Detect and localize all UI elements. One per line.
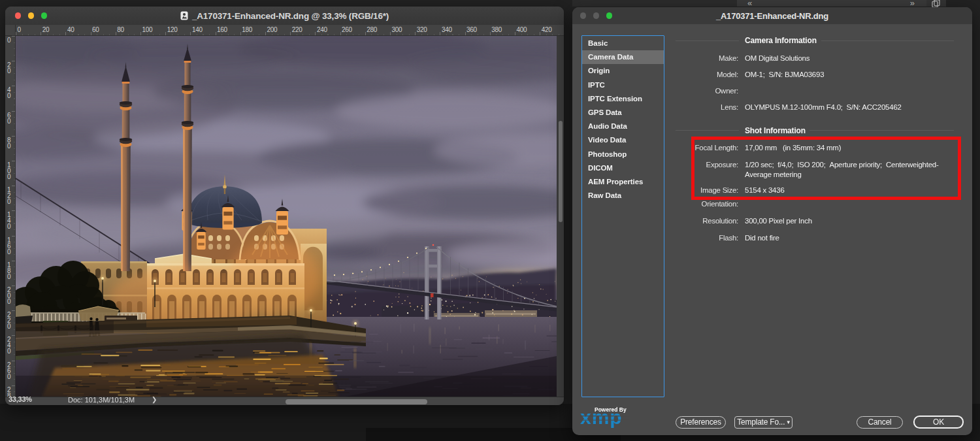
svg-text:xmp: xmp	[580, 407, 623, 428]
